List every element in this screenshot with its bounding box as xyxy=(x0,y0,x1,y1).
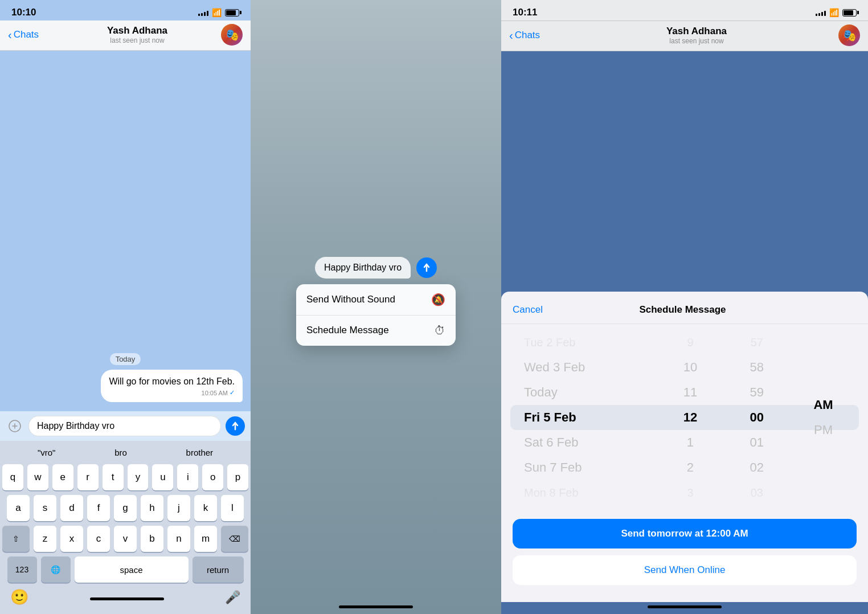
context-item-label-0: Send Without Sound xyxy=(306,294,395,305)
nav-bar-1: ‹ Chats Yash Adhana last seen just now 🎭 xyxy=(0,21,251,51)
picker-min-2: 59 xyxy=(723,380,790,405)
key-l[interactable]: l xyxy=(221,495,244,521)
key-space[interactable]: space xyxy=(75,556,189,583)
screen2-chat-area: Happy Birthday vro Send Without Sound 🔕 … xyxy=(251,0,501,602)
key-r[interactable]: r xyxy=(77,464,99,490)
screen2-bubble: Happy Birthday vro xyxy=(315,257,411,279)
status-icons-1: 📶 xyxy=(198,8,239,17)
screen-1: 10:10 📶 ‹ Chats Yash Adhana last seen ju… xyxy=(0,0,251,614)
picker-hour-4: 1 xyxy=(657,430,724,455)
picker-hour-3[interactable]: 12 xyxy=(657,405,724,430)
picker-date-3[interactable]: Fri 5 Feb xyxy=(524,405,657,430)
picker-date-2: Today xyxy=(524,380,657,405)
context-menu-item-0[interactable]: Send Without Sound 🔕 xyxy=(296,284,456,316)
status-time-3: 10:11 xyxy=(513,7,537,18)
battery-icon-3 xyxy=(842,9,857,17)
key-e[interactable]: e xyxy=(52,464,73,490)
signal-icon-3 xyxy=(816,9,826,16)
key-h[interactable]: h xyxy=(141,495,163,521)
key-q[interactable]: q xyxy=(2,464,23,490)
nav-title-3: Yash Adhana xyxy=(666,26,727,37)
key-z[interactable]: z xyxy=(34,526,56,552)
key-row-1: q w e r t y u i o p xyxy=(2,464,248,490)
screen3-chat-area xyxy=(501,51,868,292)
key-g[interactable]: g xyxy=(114,495,137,521)
picker-min-0: 57 xyxy=(723,330,790,355)
key-b[interactable]: b xyxy=(141,526,163,552)
status-icons-3: 📶 xyxy=(816,8,857,17)
suggestion-1[interactable]: bro xyxy=(108,445,134,460)
key-globe[interactable]: 🌐 xyxy=(41,556,71,583)
send-online-button[interactable]: Send When Online xyxy=(513,555,857,585)
input-value-1: Happy Birthday vro xyxy=(37,421,114,431)
home-indicator-1 xyxy=(90,597,164,600)
back-button-1[interactable]: ‹ Chats xyxy=(8,29,54,40)
key-a[interactable]: a xyxy=(7,495,30,521)
avatar-3[interactable]: 🎭 xyxy=(838,24,860,46)
picker-pm[interactable]: PM xyxy=(790,417,857,443)
message-bubble-1: Will go for movies on 12th Feb. 10:05 AM… xyxy=(101,370,243,402)
suggestion-2[interactable]: brother xyxy=(179,445,220,460)
screen2-send-btn[interactable] xyxy=(416,257,437,278)
key-c[interactable]: c xyxy=(87,526,110,552)
avatar-1[interactable]: 🎭 xyxy=(221,24,243,46)
send-tomorrow-button[interactable]: Send tomorrow at 12:00 AM xyxy=(513,519,857,548)
nav-subtitle-3: last seen just now xyxy=(669,37,723,45)
back-button-3[interactable]: ‹ Chats xyxy=(509,30,555,41)
key-s[interactable]: s xyxy=(34,495,56,521)
key-w[interactable]: w xyxy=(27,464,48,490)
battery-icon-1 xyxy=(225,9,239,17)
emoji-icon[interactable]: 🙂 xyxy=(10,588,28,606)
key-shift[interactable]: ⇧ xyxy=(2,526,30,552)
key-numbers[interactable]: 123 xyxy=(7,556,37,583)
key-n[interactable]: n xyxy=(167,526,190,552)
context-menu: Send Without Sound 🔕 Schedule Message ⏱ xyxy=(296,284,456,346)
sheet-actions: Send tomorrow at 12:00 AM Send When Onli… xyxy=(501,511,868,585)
key-return[interactable]: return xyxy=(193,556,244,583)
check-icon-1: ✓ xyxy=(230,389,235,396)
picker-col-minute: 57 58 59 00 01 02 03 xyxy=(723,330,790,505)
key-u[interactable]: u xyxy=(152,464,173,490)
key-v[interactable]: v xyxy=(114,526,137,552)
picker-min-3[interactable]: 00 xyxy=(723,405,790,430)
key-m[interactable]: m xyxy=(194,526,217,552)
attach-button-1[interactable] xyxy=(6,417,24,435)
picker-min-6: 03 xyxy=(723,480,790,505)
date-badge: Today xyxy=(110,353,141,365)
picker-col-date: Tue 2 Feb Wed 3 Feb Today Fri 5 Feb Sat … xyxy=(513,330,657,505)
key-p[interactable]: p xyxy=(227,464,248,490)
nav-title-1: Yash Adhana xyxy=(107,25,167,36)
chevron-left-icon-1: ‹ xyxy=(8,29,12,40)
message-time-1: 10:05 AM xyxy=(202,390,228,396)
key-backspace[interactable]: ⌫ xyxy=(221,526,248,552)
picker-date-1: Wed 3 Feb xyxy=(524,355,657,380)
picker-date-5: Sun 7 Feb xyxy=(524,455,657,480)
key-i[interactable]: i xyxy=(177,464,198,490)
send-button-1[interactable] xyxy=(226,416,245,436)
key-j[interactable]: j xyxy=(167,495,190,521)
home-indicator-2-wrap xyxy=(339,602,413,614)
back-label-3: Chats xyxy=(515,30,540,41)
suggestion-0[interactable]: "vro" xyxy=(31,445,63,460)
keyboard-rows: q w e r t y u i o p a s d f g h j k xyxy=(2,464,248,583)
keyboard-area-1: "vro" bro brother q w e r t y u i o p a … xyxy=(0,441,251,614)
mic-icon[interactable]: 🎤 xyxy=(225,590,240,605)
key-d[interactable]: d xyxy=(60,495,83,521)
picker-date-0: Tue 2 Feb xyxy=(524,330,657,355)
key-f[interactable]: f xyxy=(87,495,110,521)
key-t[interactable]: t xyxy=(103,464,124,490)
key-y[interactable]: y xyxy=(128,464,149,490)
chevron-left-icon-3: ‹ xyxy=(509,30,513,41)
nav-subtitle-1: last seen just now xyxy=(110,36,164,44)
key-k[interactable]: k xyxy=(194,495,217,521)
cancel-button[interactable]: Cancel xyxy=(513,304,543,316)
key-x[interactable]: x xyxy=(60,526,83,552)
message-input-1[interactable]: Happy Birthday vro xyxy=(28,416,221,436)
picker-container: Tue 2 Feb Wed 3 Feb Today Fri 5 Feb Sat … xyxy=(501,324,868,511)
picker-min-1: 58 xyxy=(723,355,790,380)
picker-col-ampm: AM PM xyxy=(790,342,857,493)
schedule-sheet: Cancel Schedule Message Tue 2 Feb Wed 3 … xyxy=(501,292,868,602)
context-menu-item-1[interactable]: Schedule Message ⏱ xyxy=(296,316,456,346)
picker-am[interactable]: AM xyxy=(790,392,857,417)
key-o[interactable]: o xyxy=(202,464,223,490)
